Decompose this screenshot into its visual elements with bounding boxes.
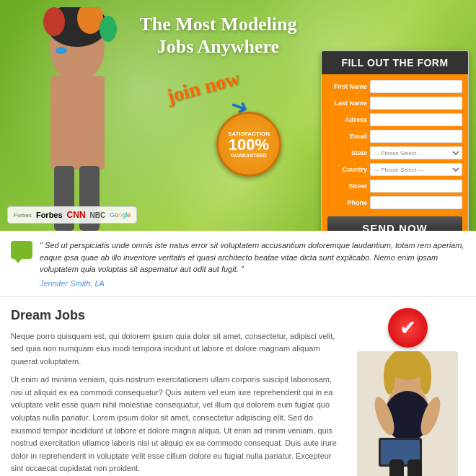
state-label: State — [327, 149, 367, 157]
last-name-input[interactable] — [370, 97, 462, 110]
satisfaction-badge: SATISFACTION 100% GUARANTEED — [216, 112, 281, 177]
model2-image — [357, 351, 458, 477]
svg-point-2 — [43, 7, 65, 36]
send-now-button[interactable]: SEND NOW — [327, 216, 462, 231]
dream-jobs-para1: Neque porro quisquam est, qui dolorem ip… — [11, 330, 339, 369]
first-name-label: First Name — [327, 83, 367, 90]
dream-jobs-title: Dream Jobs — [11, 308, 339, 323]
cnn-logo: CNN — [67, 210, 86, 220]
svg-rect-20 — [389, 459, 404, 477]
state-row: State --- Please Select --- — [327, 146, 462, 159]
as-seen-label: Forbes — [14, 212, 32, 219]
form-header: FILL OUT THE FORM — [322, 51, 468, 74]
svg-point-4 — [100, 16, 117, 42]
address-label: Adress — [327, 116, 367, 123]
form-body: First Name Last Name Adress Email State … — [322, 74, 468, 231]
svg-rect-5 — [50, 76, 105, 169]
model-image — [7, 7, 148, 231]
dream-jobs-text: Dream Jobs Neque porro quisquam est, qui… — [11, 308, 339, 477]
google-logo: Google — [110, 211, 131, 219]
country-select[interactable]: --- Please Select --- — [370, 163, 462, 176]
dream-jobs-section: Dream Jobs Neque porro quisquam est, qui… — [0, 297, 476, 477]
dream-jobs-image-area: ✔ — [350, 308, 465, 477]
forbes-logo: Forbes — [36, 211, 63, 219]
phone-label: Phone — [327, 199, 367, 206]
testimonial-section: " Sed ut perspiciatis unde omnis iste na… — [0, 231, 476, 297]
email-label: Email — [327, 133, 367, 140]
satisfaction-bottom-text: GUARANTEED — [231, 153, 266, 158]
email-row: Email — [327, 130, 462, 143]
country-row: Country --- Please Select --- — [327, 163, 462, 176]
satisfaction-percent: 100% — [229, 137, 269, 153]
address-row: Adress — [327, 113, 462, 126]
phone-input[interactable] — [370, 196, 462, 209]
street-row: Street — [327, 180, 462, 193]
phone-row: Phone — [327, 196, 462, 209]
testimonial-quote: " Sed ut perspiciatis unde omnis iste na… — [40, 239, 465, 276]
dream-jobs-para2: Ut enim ad minima veniam, quis nostrum e… — [11, 374, 339, 475]
nbc-logo: NBC — [90, 211, 106, 219]
state-select[interactable]: --- Please Select --- — [370, 146, 462, 159]
testimonial-content: " Sed ut perspiciatis unde omnis iste na… — [40, 239, 465, 288]
hero-section: The Most Modeling Jobs Anywhere join now… — [0, 0, 476, 231]
email-input[interactable] — [370, 130, 462, 143]
svg-point-8 — [56, 47, 67, 54]
country-label: Country — [327, 166, 367, 173]
as-seen-bar: Forbes Forbes CNN NBC Google — [7, 206, 137, 224]
last-name-row: Last Name — [327, 97, 462, 110]
svg-rect-21 — [407, 459, 422, 477]
first-name-input[interactable] — [370, 80, 462, 93]
address-input[interactable] — [370, 113, 462, 126]
join-now-text: join now — [164, 66, 242, 108]
checkmark-icon: ✔ — [388, 308, 428, 348]
street-label: Street — [327, 182, 367, 190]
form-panel: FILL OUT THE FORM First Name Last Name A… — [321, 50, 469, 231]
street-input[interactable] — [370, 180, 462, 193]
first-name-row: First Name — [327, 80, 462, 93]
svg-point-12 — [384, 358, 395, 395]
last-name-label: Last Name — [327, 100, 367, 107]
chat-icon — [11, 241, 32, 259]
svg-point-13 — [420, 358, 431, 395]
testimonial-author: Jennifer Smith, LA — [40, 279, 465, 288]
